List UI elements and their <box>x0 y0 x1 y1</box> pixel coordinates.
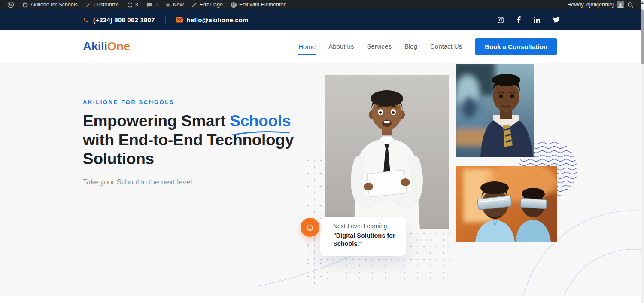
elementor-label: Edit with Elementor <box>239 2 286 8</box>
howdy-label[interactable]: Howdy, djhfkjehrkej <box>568 2 614 8</box>
comments-count: 0 <box>155 2 158 8</box>
updates-icon <box>127 2 133 8</box>
hero-section: AKILIONE FOR SCHOOLS Empowering Smart Sc… <box>0 63 644 296</box>
instagram-icon[interactable] <box>498 17 504 23</box>
email-address: hello@akilione.com <box>187 16 249 24</box>
nav-link-contact[interactable]: Contact Us <box>430 43 462 51</box>
photo-student-classroom <box>456 64 534 157</box>
wp-logo-menu[interactable]: W <box>3 0 18 9</box>
nav-link-blog[interactable]: Blog <box>404 43 417 51</box>
logo[interactable]: AkiliOne <box>83 40 130 53</box>
admin-bar-elementor[interactable]: Edit with Elementor <box>227 0 289 9</box>
topbar-divider <box>165 16 166 24</box>
notification-line3: Schools." <box>333 240 400 248</box>
photo-boy-with-tablet <box>325 75 449 229</box>
phone-link[interactable]: (+234) 808 062 1907 <box>83 16 155 24</box>
customize-label: Customize <box>94 2 119 8</box>
edit-page-label: Edit Page <box>200 2 223 8</box>
elementor-icon <box>231 2 237 8</box>
email-link[interactable]: hello@akilione.com <box>176 16 249 24</box>
user-avatar[interactable] <box>617 1 624 8</box>
book-consultation-button[interactable]: Book a Consultation <box>475 38 557 55</box>
hero-title: Empowering Smart Schools with End-to-End… <box>83 112 306 168</box>
admin-bar-comments[interactable]: 0 <box>142 0 161 9</box>
admin-bar-customize[interactable]: Customize <box>82 0 123 9</box>
linkedin-icon[interactable] <box>534 17 540 23</box>
pencil-icon <box>191 2 197 8</box>
nav-link-about[interactable]: About us <box>328 43 354 51</box>
twitter-icon[interactable] <box>553 17 560 23</box>
notification-line2: "Digital Solutions for <box>333 232 400 240</box>
updates-count: 3 <box>135 2 138 8</box>
facebook-icon[interactable] <box>517 16 521 23</box>
scrollbar-up-arrow[interactable] <box>641 1 644 4</box>
logo-part-one: One <box>107 40 130 53</box>
comments-icon <box>146 2 152 8</box>
site-header: AkiliOne Home About us Services Blog Con… <box>0 30 644 63</box>
page-scrollbar[interactable] <box>641 0 644 303</box>
notification-card: Next-Level Learning. "Digital Solutions … <box>320 217 406 256</box>
photo-kids-smart-glasses <box>456 166 557 242</box>
highlight-swoosh-underline <box>230 129 291 136</box>
nav-link-home[interactable]: Home <box>298 43 316 55</box>
admin-bar-site-name[interactable]: Akilione for Schools <box>18 0 82 9</box>
nav-link-services[interactable]: Services <box>367 43 392 51</box>
admin-bar-edit-page[interactable]: Edit Page <box>188 0 227 9</box>
hero-title-highlight: Schools <box>230 112 291 131</box>
wordpress-icon: W <box>7 1 14 8</box>
hero-title-line1: Empowering Smart Schools <box>83 112 306 131</box>
logo-part-akili: Akili <box>83 40 107 53</box>
mail-icon <box>176 17 183 23</box>
hero-title-line3: Solutions <box>83 150 306 168</box>
bell-icon <box>304 222 316 233</box>
admin-bar-new[interactable]: New <box>161 0 188 9</box>
contact-topbar: (+234) 808 062 1907 hello@akilione.com <box>0 9 644 30</box>
hero-title-prefix: Empowering Smart <box>83 112 225 130</box>
new-label: New <box>173 2 184 8</box>
phone-icon <box>83 17 89 23</box>
phone-number: (+234) 808 062 1907 <box>93 16 155 24</box>
site-name-label: Akilione for Schools <box>30 2 78 8</box>
admin-bar-updates[interactable]: 3 <box>123 0 142 9</box>
bell-badge <box>301 218 319 237</box>
main-nav: Home About us Services Blog Contact Us <box>298 43 462 51</box>
plus-icon <box>165 2 171 8</box>
wp-admin-bar: W Akilione for Schools Customize 3 0 New… <box>0 0 644 9</box>
svg-text:W: W <box>9 3 13 7</box>
hero-eyebrow: AKILIONE FOR SCHOOLS <box>83 99 174 105</box>
search-icon[interactable] <box>627 2 634 8</box>
scrollbar-thumb[interactable] <box>641 9 644 64</box>
notification-line1: Next-Level Learning. <box>333 223 400 230</box>
hero-subtitle: Take your School to the next level. <box>83 178 194 187</box>
customize-brush-icon <box>85 2 91 8</box>
site-dashboard-icon <box>22 2 28 8</box>
